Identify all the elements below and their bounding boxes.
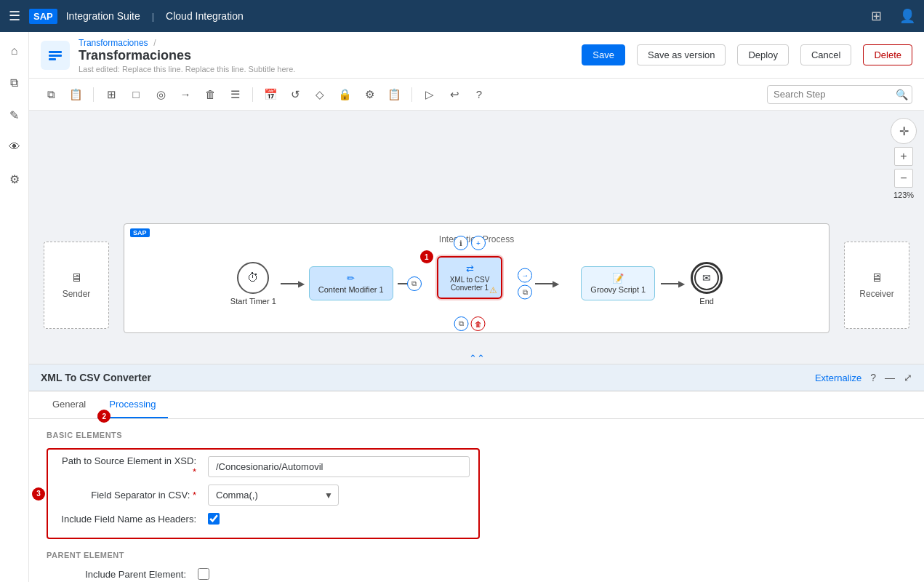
grid-icon[interactable]: ⊞ <box>871 8 882 24</box>
parent-element-title: PARENT ELEMENT <box>47 551 907 559</box>
zoom-out-button[interactable]: − <box>894 169 913 188</box>
page-subtitle: Last edited: Replace this line. Replace … <box>79 65 582 73</box>
toolbar-clipboard-icon[interactable]: 📋 <box>384 84 404 105</box>
toolbar-arrow-icon[interactable]: → <box>175 84 196 105</box>
delete-button[interactable]: Delete <box>863 44 912 65</box>
cancel-button[interactable]: Cancel <box>800 44 851 65</box>
toolbar-diamond-icon[interactable]: ◇ <box>310 84 330 105</box>
content-modifier-node[interactable]: ✏ Content Modifier 1 <box>309 266 393 300</box>
panel-collapse-handle[interactable]: ⌃⌃ <box>469 353 485 364</box>
separator-form-row: Field Separator in CSV: * Comma(,) Semic… <box>57 485 470 506</box>
zoom-level: 123% <box>893 191 914 199</box>
receiver-label: Receiver <box>859 289 893 299</box>
node-badge-1: 1 <box>420 250 433 263</box>
right-copy-float-icon[interactable]: ⧉ <box>518 284 532 299</box>
left-copy-float-icon[interactable]: ⧉ <box>407 276 422 291</box>
deploy-button[interactable]: Deploy <box>737 44 788 65</box>
nav-controls: ✛ + − 123% <box>891 118 917 199</box>
zoom-in-button[interactable]: + <box>894 147 913 166</box>
toolbar-copy-icon[interactable]: ⧉ <box>41 84 61 105</box>
path-form-row: Path to Source Element in XSD: * <box>57 455 470 477</box>
step-badge-3: 3 <box>32 487 45 501</box>
path-label: Path to Source Element in XSD: * <box>57 455 202 477</box>
sidebar-edit-icon[interactable]: ✎ <box>1 102 28 128</box>
search-step-box[interactable]: 🔍 <box>767 85 912 104</box>
nav-separator: | <box>152 11 154 22</box>
add-float-icon[interactable]: + <box>471 236 486 250</box>
include-parent-label: Include Parent Element: <box>47 569 192 580</box>
toolbar-circle-icon[interactable]: ◎ <box>150 84 171 105</box>
tab-general[interactable]: General <box>41 391 97 418</box>
search-step-input[interactable] <box>774 89 896 100</box>
panel-maximize-icon[interactable]: ⤢ <box>904 372 912 383</box>
groovy-script-node[interactable]: 📝 Groovy Script 1 <box>581 266 655 300</box>
breadcrumb-separator: / <box>153 38 156 48</box>
bottom-panel-actions: Externalize ? — ⤢ <box>815 372 912 383</box>
toolbar-add-icon[interactable]: ⊞ <box>101 84 121 105</box>
header-text: Transformaciones / Transformaciones Last… <box>79 37 582 73</box>
sender-label: Sender <box>63 289 91 299</box>
toolbar-calendar-icon[interactable]: 📅 <box>260 84 281 105</box>
header-area: Transformaciones / Transformaciones Last… <box>29 32 924 79</box>
module-name: Cloud Integration <box>166 10 244 22</box>
arrow-3: ▶ <box>535 279 559 289</box>
top-navigation: ☰ SAP Integration Suite | Cloud Integrat… <box>0 0 924 32</box>
page-title: Transformaciones <box>79 48 582 63</box>
toolbar-gear-icon[interactable]: ⚙ <box>359 84 379 105</box>
toolbar-undo-icon[interactable]: ↩ <box>444 84 465 105</box>
nav-compass-icon[interactable]: ✛ <box>891 118 917 144</box>
integration-sap-badge: SAP <box>130 228 150 237</box>
bottom-copy-float-icon[interactable]: ⧉ <box>454 316 469 331</box>
toolbar-help-icon[interactable]: ? <box>469 84 489 105</box>
include-parent-row: Include Parent Element: <box>47 568 907 580</box>
toolbar-delete-icon[interactable]: 🗑 <box>200 84 220 105</box>
arrow-4: ▶ <box>661 279 685 289</box>
tab-processing[interactable]: Processing 2 <box>97 391 167 418</box>
sidebar-settings-icon[interactable]: ⚙ <box>1 166 28 192</box>
warning-icon: ⚠ <box>489 285 497 295</box>
path-input[interactable] <box>208 456 470 477</box>
toolbar-lock-icon[interactable]: 🔒 <box>334 84 355 105</box>
header-icon <box>41 41 70 70</box>
externalize-link[interactable]: Externalize <box>815 372 861 383</box>
toolbar-separator-3 <box>411 87 412 102</box>
hamburger-icon[interactable]: ☰ <box>9 8 20 24</box>
highlighted-border: Path to Source Element in XSD: * Field S… <box>47 448 480 539</box>
separator-label: Field Separator in CSV: * <box>57 490 202 501</box>
content-modifier-rect: ✏ Content Modifier 1 <box>309 266 393 300</box>
breadcrumb-link[interactable]: Transformaciones <box>79 38 148 48</box>
delete-float-icon[interactable]: 🗑 <box>471 316 486 331</box>
form-area: BASIC ELEMENTS 3 Path to Source Element … <box>29 419 924 582</box>
panel-minimize-icon[interactable]: — <box>885 372 895 383</box>
right-arrow-float-icon[interactable]: → <box>518 268 532 282</box>
toolbar-rect-icon[interactable]: □ <box>126 84 146 105</box>
include-parent-checkbox[interactable] <box>198 568 209 580</box>
receiver-box: 🖥 Receiver <box>844 242 909 329</box>
xml-csv-rect: ⇄ XML to CSV Converter 1 ⚠ <box>437 256 502 299</box>
save-button[interactable]: Save <box>582 44 625 65</box>
toolbar-paste-icon[interactable]: 📋 <box>65 84 86 105</box>
canvas-area[interactable]: 🖥 Sender SAP Integration Process ⏱ Start… <box>29 111 924 364</box>
svg-rect-0 <box>49 51 62 53</box>
save-as-version-button[interactable]: Save as version <box>637 44 726 65</box>
start-timer-circle: ⏱ <box>237 262 269 294</box>
toolbar-menu-icon[interactable]: ☰ <box>225 84 245 105</box>
separator-select[interactable]: Comma(,) Semicolon(;) Tab Pipe(|) <box>208 485 339 506</box>
toolbar-refresh-icon[interactable]: ↺ <box>285 84 305 105</box>
xml-csv-node[interactable]: ℹ + → ⧉ ⧉ ⧉ <box>426 256 514 311</box>
sidebar-copy-icon[interactable]: ⧉ <box>1 70 28 96</box>
bottom-panel: XML To CSV Converter Externalize ? — ⤢ G… <box>29 364 924 582</box>
suite-name: Integration Suite <box>66 10 140 22</box>
include-headers-label: Include Field Name as Headers: <box>57 514 202 525</box>
panel-help-icon[interactable]: ? <box>870 372 876 383</box>
end-node[interactable]: ✉ End <box>691 262 723 306</box>
toolbar-play-icon[interactable]: ▷ <box>419 84 440 105</box>
sidebar-eye-icon[interactable]: 👁 <box>1 134 28 160</box>
sap-logo: SAP <box>29 9 57 24</box>
start-timer-node[interactable]: ⏱ Start Timer 1 <box>230 262 276 306</box>
info-float-icon[interactable]: ℹ <box>454 236 468 250</box>
receiver-icon: 🖥 <box>871 271 883 284</box>
user-icon[interactable]: 👤 <box>899 8 915 24</box>
sidebar-home-icon[interactable]: ⌂ <box>1 38 28 64</box>
include-headers-checkbox[interactable] <box>208 513 220 525</box>
